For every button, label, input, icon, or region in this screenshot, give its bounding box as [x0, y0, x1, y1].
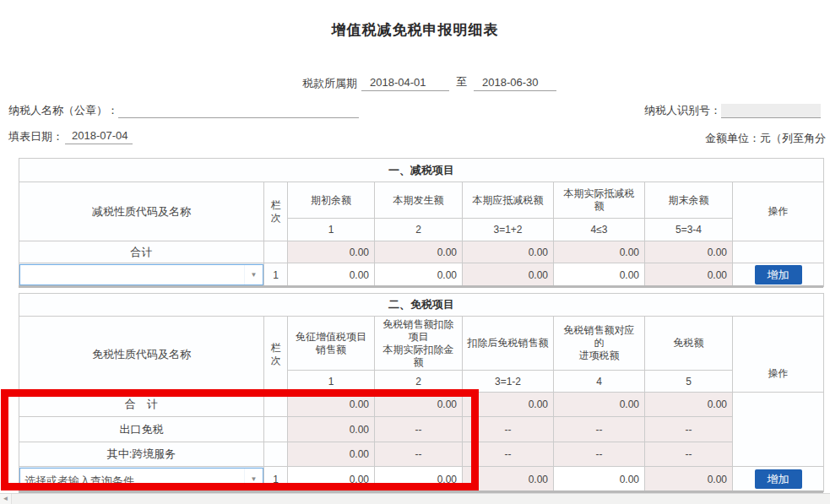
col-num: 3=1+2	[463, 219, 554, 241]
empty-line-no-cell	[264, 442, 288, 467]
editable-value-cell[interactable]: 0.00	[375, 263, 463, 287]
col-header-opening-balance: 期初余额	[288, 182, 375, 219]
table-row: ▼ 1 0.00 0.00 0.00 0.00 0.00 增加	[19, 263, 824, 287]
total-value-cell: 0.00	[645, 241, 733, 263]
taxpayer-id-label: 纳税人识别号：	[644, 103, 721, 118]
col-header-sales-after-deduction: 扣除后免税销售额	[463, 317, 554, 371]
col-header-exempt-sales: 免征增值税项目 销售额	[288, 317, 375, 371]
editable-value-cell[interactable]: 0.00	[288, 263, 375, 287]
reduction-code-select-cell: ▼	[19, 263, 264, 287]
na-cell: --	[554, 442, 645, 467]
horizontal-scrollbar[interactable]: ◄	[0, 493, 830, 504]
col-header-exemption-code-name: 免税性质代码及名称	[19, 317, 264, 393]
fill-date-label: 填表日期：	[8, 129, 63, 144]
fill-date-input[interactable]: 2018-07-04	[65, 129, 133, 144]
tax-period-label: 税款所属期	[302, 76, 357, 91]
na-cell: --	[463, 417, 554, 442]
tax-period-row: 税款所属期 2018-04-01 至 2018-06-30	[302, 74, 556, 91]
section-title-exemption: 二、免税项目	[19, 294, 824, 317]
page-title: 增值税减免税申报明细表	[0, 20, 830, 40]
col-num: 2	[375, 371, 463, 393]
add-button[interactable]: 增加	[755, 469, 802, 489]
total-value-cell: 0.00	[463, 241, 554, 263]
empty-operation-cell	[733, 393, 824, 467]
na-cell: --	[645, 442, 733, 467]
col-header-line-no: 栏 次	[264, 317, 288, 393]
na-cell: --	[645, 417, 733, 442]
col-num: 3=1-2	[463, 371, 554, 393]
amount-unit-label: 金额单位：元（列至角分	[705, 131, 826, 146]
total-value-cell: 0.00	[375, 393, 463, 417]
taxpayer-id-row: 纳税人识别号：	[644, 103, 821, 118]
chevron-down-icon[interactable]: ▼	[244, 265, 263, 285]
reduction-items-table: 一、减税项目 减税性质代码及名称 栏 次 期初余额 本期发生额 本期应抵减税额 …	[19, 158, 824, 287]
add-button[interactable]: 增加	[755, 265, 802, 285]
cross-border-service-row-label: 其中:跨境服务	[19, 442, 264, 467]
total-value-cell: 0.00	[288, 393, 375, 417]
value-cell: 0.00	[288, 442, 375, 467]
exemption-code-select[interactable]: 选择或者输入查询条件 ▼	[19, 468, 263, 490]
na-cell: --	[463, 442, 554, 467]
col-num: 1	[288, 371, 375, 393]
table-row: 合 计 0.00 0.00 0.00 0.00 0.00	[19, 393, 824, 417]
exemption-items-table: 二、免税项目 免税性质代码及名称 栏 次 免征增值税项目 销售额 免税销售额扣除…	[19, 293, 824, 492]
na-cell: --	[375, 442, 463, 467]
table-row: 出口免税 0.00 -- -- -- --	[19, 417, 824, 442]
col-header-deduction-item-amount: 免税销售额扣除 项目 本期实际扣除金 额	[375, 317, 463, 371]
total-value-cell: 0.00	[645, 393, 733, 417]
total-row-label: 合计	[19, 241, 264, 263]
col-num: 4≤3	[554, 219, 645, 241]
chevron-down-icon[interactable]: ▼	[244, 469, 263, 490]
table-row: 合计 0.00 0.00 0.00 0.00 0.00	[19, 241, 824, 263]
empty-line-no-cell	[264, 417, 288, 442]
table-row: 其中:跨境服务 0.00 -- -- -- --	[19, 442, 824, 467]
editable-value-cell[interactable]: 0.00	[554, 263, 645, 287]
line-no-cell: 1	[264, 467, 288, 492]
empty-line-no-cell	[264, 393, 288, 417]
computed-value-cell: 0.00	[463, 467, 554, 492]
total-row-label: 合 计	[19, 393, 264, 417]
col-num: 4	[554, 371, 645, 393]
line-no-cell: 1	[264, 263, 288, 287]
table-bottom-divider	[19, 285, 823, 288]
taxpayer-name-row: 纳税人名称（公章）：	[8, 103, 359, 118]
col-header-reduction-code-name: 减税性质代码及名称	[19, 182, 264, 241]
computed-value-cell: 0.00	[645, 263, 733, 287]
vat-exemption-declaration-page: 增值税减免税申报明细表 税款所属期 2018-04-01 至 2018-06-3…	[0, 0, 830, 504]
editable-value-cell[interactable]: 0.00	[288, 467, 375, 492]
total-value-cell: 0.00	[288, 241, 375, 263]
empty-line-no-cell	[264, 241, 288, 263]
total-value-cell: 0.00	[375, 241, 463, 263]
table-row: 选择或者输入查询条件 ▼ 1 0.00 0.00 0.00 0.00 0.00 …	[19, 467, 824, 492]
scroll-left-arrow-icon[interactable]: ◄	[0, 494, 12, 504]
reduction-code-select[interactable]: ▼	[19, 264, 263, 285]
col-num: 5	[645, 371, 733, 393]
editable-value-cell[interactable]: 0.00	[554, 467, 645, 492]
total-value-cell: 0.00	[554, 241, 645, 263]
total-value-cell: 0.00	[463, 393, 554, 417]
col-header-operation: 操作	[733, 182, 824, 241]
fill-date-row: 填表日期： 2018-07-04	[8, 129, 133, 144]
taxpayer-id-input[interactable]	[721, 104, 821, 118]
taxpayer-name-input[interactable]	[118, 104, 359, 118]
col-header-deductible: 本期应抵减税额	[463, 182, 554, 219]
col-num: 2	[375, 219, 463, 241]
col-header-actual-deducted: 本期实际抵减税 额	[554, 182, 645, 219]
export-exempt-row-label: 出口免税	[19, 417, 264, 442]
computed-value-cell: 0.00	[645, 467, 733, 492]
section-title-reduction: 一、减税项目	[19, 159, 824, 182]
editable-value-cell[interactable]: 0.00	[375, 467, 463, 492]
total-value-cell: 0.00	[554, 393, 645, 417]
tax-period-start-input[interactable]: 2018-04-01	[361, 76, 449, 91]
col-header-current-occurred: 本期发生额	[375, 182, 463, 219]
col-header-operation: 操作	[733, 317, 824, 393]
to-label: 至	[456, 74, 467, 89]
computed-value-cell: 0.00	[463, 263, 554, 287]
col-header-ending-balance: 期末余额	[645, 182, 733, 219]
na-cell: --	[375, 417, 463, 442]
col-num: 5=3-4	[645, 219, 733, 241]
na-cell: --	[554, 417, 645, 442]
operation-cell: 增加	[733, 467, 824, 492]
tax-period-end-input[interactable]: 2018-06-30	[474, 76, 556, 91]
taxpayer-name-label: 纳税人名称（公章）：	[8, 103, 118, 118]
